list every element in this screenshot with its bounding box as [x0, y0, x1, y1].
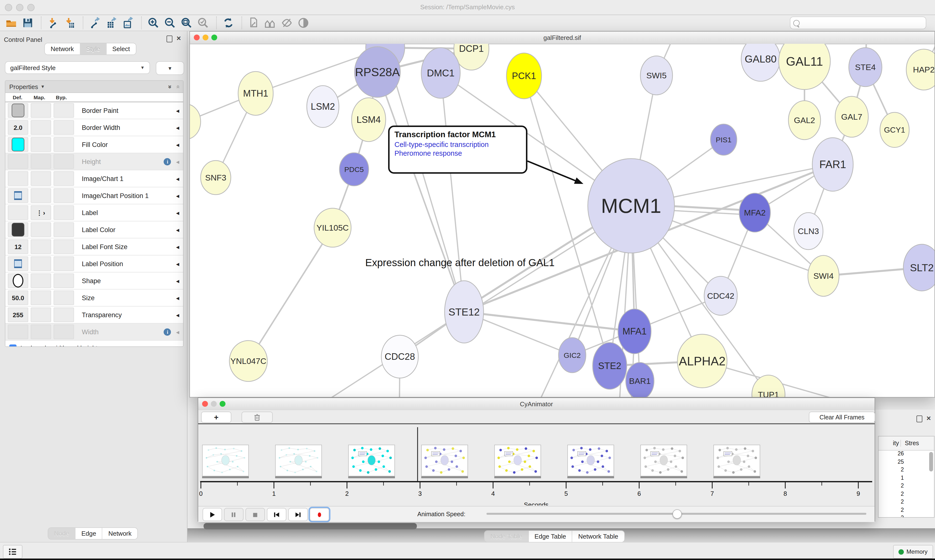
- search-field[interactable]: [790, 17, 926, 29]
- property-map-cell[interactable]: [31, 188, 51, 203]
- property-byp-cell[interactable]: [54, 188, 74, 203]
- save-session-button[interactable]: [20, 16, 35, 30]
- property-row-border-paint[interactable]: Border Paint◂: [5, 102, 183, 119]
- expand-property-icon[interactable]: ◂: [176, 243, 179, 250]
- property-byp-cell[interactable]: [54, 205, 74, 220]
- table-row[interactable]: 2: [878, 483, 934, 491]
- property-row-height[interactable]: Heighti◂: [5, 153, 183, 170]
- zoom-in-button[interactable]: [146, 16, 161, 30]
- expand-property-icon[interactable]: ◂: [176, 277, 179, 285]
- property-byp-cell[interactable]: [54, 239, 74, 254]
- property-def-cell[interactable]: [8, 103, 28, 118]
- table-scrollbar[interactable]: [929, 452, 933, 471]
- tab-network-table[interactable]: Network Table: [572, 531, 624, 542]
- annotation-box[interactable]: Transcription factor MCM1 Cell-type-spec…: [388, 126, 528, 174]
- cyanimator-titlebar[interactable]: CyAnimator: [198, 398, 875, 411]
- table-row[interactable]: 2: [878, 491, 934, 499]
- horizontal-scrollbar[interactable]: [204, 523, 417, 529]
- property-def-cell[interactable]: [8, 154, 28, 169]
- tab-style[interactable]: Style: [80, 43, 106, 54]
- style-selector[interactable]: galFiltered Style ▼: [5, 61, 150, 74]
- tab-node[interactable]: Node: [48, 528, 76, 539]
- property-row-size[interactable]: 50.0Size◂: [5, 289, 183, 306]
- expand-property-icon[interactable]: ◂: [176, 260, 179, 267]
- property-def-cell[interactable]: [8, 137, 28, 152]
- property-byp-cell[interactable]: [54, 291, 74, 305]
- expand-property-icon[interactable]: ◂: [176, 192, 179, 199]
- expand-property-icon[interactable]: ◂: [176, 209, 179, 216]
- panel-list-button[interactable]: [3, 545, 22, 558]
- float-panel-icon[interactable]: [916, 415, 922, 424]
- search-input[interactable]: [802, 19, 923, 27]
- property-def-cell[interactable]: 2.0: [8, 120, 28, 135]
- hide-selected-button[interactable]: [279, 16, 294, 30]
- property-def-cell[interactable]: [8, 274, 28, 288]
- copy-view-button[interactable]: [247, 16, 261, 30]
- property-map-cell[interactable]: [31, 308, 51, 322]
- cyanimator-timeline[interactable]: 0123456789Seconds: [198, 424, 875, 506]
- property-byp-cell[interactable]: [54, 222, 74, 237]
- property-def-cell[interactable]: [8, 171, 28, 186]
- expand-property-icon[interactable]: ◂: [176, 124, 179, 131]
- slider-handle[interactable]: [673, 509, 682, 518]
- expand-property-icon[interactable]: ◂: [176, 107, 179, 114]
- property-map-cell[interactable]: [31, 291, 51, 305]
- property-row-label[interactable]: ⋮›Label◂: [5, 205, 183, 222]
- close-panel-icon[interactable]: ✕: [176, 35, 181, 42]
- tab-edge[interactable]: Edge: [76, 528, 102, 539]
- property-byp-cell[interactable]: [54, 120, 74, 135]
- property-def-cell[interactable]: [8, 256, 28, 271]
- table-row[interactable]: 2: [878, 499, 934, 507]
- add-frame-button[interactable]: +: [201, 412, 231, 423]
- table-row[interactable]: 26: [878, 451, 934, 458]
- tab-network[interactable]: Network: [102, 528, 137, 539]
- expand-property-icon[interactable]: ◂: [176, 328, 179, 335]
- property-byp-cell[interactable]: [54, 103, 74, 118]
- property-row-transparency[interactable]: 255Transparency◂: [5, 306, 183, 323]
- table-row[interactable]: 2: [878, 515, 934, 518]
- property-row-shape[interactable]: Shape◂: [5, 272, 183, 289]
- property-map-cell[interactable]: [31, 256, 51, 271]
- properties-header-label[interactable]: Properties: [9, 83, 38, 90]
- first-frame-button[interactable]: [267, 508, 286, 521]
- property-row-border-width[interactable]: 2.0Border Width◂: [5, 119, 183, 136]
- property-def-cell[interactable]: [8, 325, 28, 339]
- tab-edge-table[interactable]: Edge Table: [529, 531, 572, 542]
- close-panel-icon[interactable]: ✕: [926, 415, 931, 422]
- network-window-titlebar[interactable]: galFiltered.sif: [190, 32, 935, 44]
- property-row-image-chart-1[interactable]: Image/Chart 1◂: [5, 170, 183, 187]
- lock-checkbox[interactable]: ✓: [9, 344, 17, 347]
- node-sliver[interactable]: [190, 104, 201, 139]
- table-row[interactable]: 1: [878, 475, 934, 483]
- record-button[interactable]: [310, 508, 329, 521]
- property-map-cell[interactable]: [31, 325, 51, 339]
- import-table-button[interactable]: [62, 16, 77, 30]
- property-map-cell[interactable]: [31, 103, 51, 118]
- property-map-cell[interactable]: [31, 171, 51, 186]
- table-row[interactable]: 25: [878, 458, 934, 466]
- property-byp-cell[interactable]: [54, 171, 74, 186]
- property-def-cell[interactable]: 12: [8, 239, 28, 254]
- memory-button[interactable]: Memory: [893, 545, 933, 558]
- tab-select[interactable]: Select: [106, 43, 136, 54]
- column-header[interactable]: ity: [878, 440, 901, 447]
- export-table-button[interactable]: [104, 16, 119, 30]
- import-network-button[interactable]: [46, 16, 60, 30]
- expand-property-icon[interactable]: ◂: [176, 141, 179, 148]
- expand-property-icon[interactable]: ◂: [176, 226, 179, 233]
- property-def-cell[interactable]: [8, 188, 28, 203]
- stop-button[interactable]: [245, 508, 265, 521]
- property-row-width[interactable]: Widthi◂: [5, 323, 183, 341]
- property-row-label-position[interactable]: Label Position◂: [5, 255, 183, 272]
- property-def-cell[interactable]: 50.0: [8, 291, 28, 305]
- expand-property-icon[interactable]: ◂: [176, 158, 179, 165]
- property-row-label-color[interactable]: Label Color◂: [5, 222, 183, 238]
- collapse-all-icon[interactable]: »: [174, 85, 181, 88]
- delete-frame-button[interactable]: [242, 412, 273, 423]
- property-map-cell[interactable]: ⋮›: [31, 205, 51, 220]
- property-map-cell[interactable]: [31, 239, 51, 254]
- refresh-button[interactable]: [221, 16, 236, 30]
- style-options-button[interactable]: ▼: [156, 61, 184, 75]
- export-image-button[interactable]: [121, 16, 136, 30]
- property-def-cell[interactable]: 255: [8, 308, 28, 322]
